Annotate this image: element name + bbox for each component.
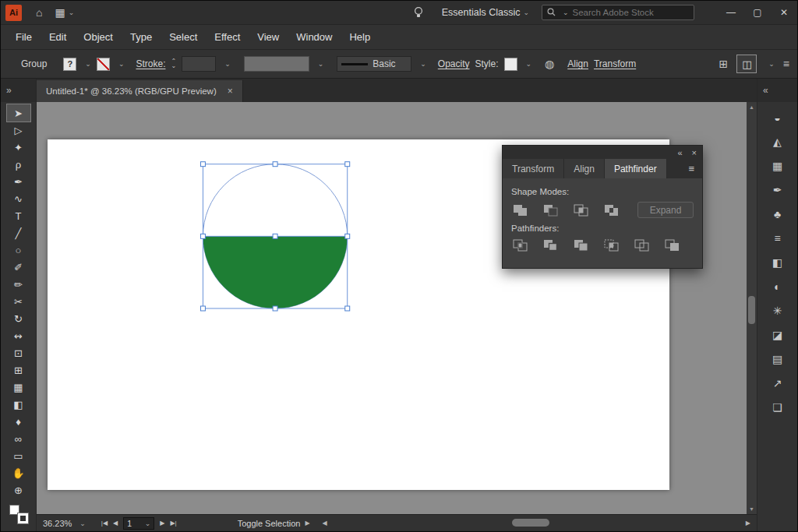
- panel-dock-toggle-button[interactable]: ◫: [736, 55, 757, 73]
- vertical-scroll-thumb[interactable]: [748, 296, 755, 324]
- chevron-down-icon[interactable]: ⌄: [768, 60, 775, 68]
- scissors-tool[interactable]: ✂: [7, 293, 30, 310]
- width-tool[interactable]: ↭: [7, 327, 30, 344]
- brushes-panel-icon[interactable]: ✒: [768, 181, 788, 199]
- menu-edit[interactable]: Edit: [41, 25, 75, 49]
- appearance-panel-icon[interactable]: ✳: [768, 302, 788, 319]
- stroke-swatch[interactable]: [18, 513, 28, 523]
- chevron-down-icon[interactable]: ⌄: [318, 60, 324, 68]
- control-menu-icon[interactable]: ≡: [783, 58, 789, 70]
- rotate-tool[interactable]: ↻: [7, 310, 30, 327]
- close-button[interactable]: ✕: [771, 1, 797, 24]
- search-input[interactable]: [573, 8, 693, 17]
- transform-link[interactable]: Transform: [594, 58, 636, 69]
- chevron-down-icon[interactable]: ⌄: [420, 60, 426, 68]
- mesh-tool[interactable]: ▦: [7, 379, 30, 396]
- chevron-down-icon[interactable]: ⌄: [224, 60, 231, 68]
- align-link[interactable]: Align: [567, 58, 588, 69]
- status-display[interactable]: Toggle Selection: [238, 519, 301, 528]
- workspace-grid-icon[interactable]: ▦ ⌄: [55, 6, 74, 19]
- symbols-panel-icon[interactable]: ♣: [768, 206, 788, 223]
- exclude-icon[interactable]: [602, 203, 620, 217]
- status-expand-icon[interactable]: ▶: [305, 520, 309, 527]
- tab-pathfinder[interactable]: Pathfinder: [605, 159, 667, 178]
- menu-help[interactable]: Help: [341, 25, 379, 49]
- expand-button[interactable]: Expand: [637, 202, 694, 218]
- scroll-up-icon[interactable]: ▲: [749, 104, 754, 110]
- tab-align[interactable]: Align: [564, 159, 605, 178]
- next-artboard-button[interactable]: ▶: [160, 520, 164, 527]
- swatches-panel-icon[interactable]: ▦: [768, 157, 788, 174]
- canvas[interactable]: « × Transform Align Pathfinder ≡ Shape M…: [37, 102, 757, 514]
- shaper-tool[interactable]: ✏: [7, 276, 30, 293]
- direct-selection-tool[interactable]: ▷: [7, 122, 30, 139]
- menu-effect[interactable]: Effect: [206, 25, 249, 49]
- asset-export-panel-icon[interactable]: ↗: [768, 375, 788, 392]
- minimize-button[interactable]: —: [718, 1, 744, 24]
- outline-icon[interactable]: [633, 238, 650, 252]
- artboard-number-dropdown[interactable]: 1 ⌄: [123, 517, 154, 530]
- ellipse-tool[interactable]: ○: [7, 241, 30, 259]
- stroke-panel-icon[interactable]: ≡: [768, 230, 788, 247]
- magic-wand-tool[interactable]: ✦: [7, 139, 30, 156]
- panel-dock-collapse[interactable]: «: [757, 79, 797, 102]
- toolbar-collapse[interactable]: »: [1, 79, 36, 102]
- fill-color-swatch[interactable]: ?: [63, 58, 76, 71]
- maximize-button[interactable]: ▢: [744, 1, 771, 24]
- opacity-link[interactable]: Opacity: [438, 58, 470, 69]
- chevron-down-icon[interactable]: ⌄: [526, 60, 532, 68]
- scroll-right-icon[interactable]: ▶: [746, 520, 750, 527]
- hand-tool[interactable]: ✋: [7, 464, 30, 481]
- last-artboard-button[interactable]: ▶|: [170, 520, 176, 527]
- curvature-tool[interactable]: ∿: [7, 190, 30, 207]
- stroke-panel-link[interactable]: Stroke:: [136, 58, 165, 69]
- lightbulb-icon[interactable]: [414, 7, 423, 19]
- graphic-styles-panel-icon[interactable]: ◪: [768, 326, 788, 344]
- menu-window[interactable]: Window: [288, 25, 341, 49]
- menu-file[interactable]: File: [7, 25, 41, 49]
- panel-collapse-icon[interactable]: «: [677, 148, 682, 157]
- tab-transform[interactable]: Transform: [503, 159, 564, 178]
- trim-icon[interactable]: [542, 238, 559, 252]
- stroke-weight-field[interactable]: [182, 56, 216, 72]
- document-tab[interactable]: Untitled-1* @ 36.23% (RGB/GPU Preview) ×: [37, 80, 243, 102]
- workspace-switcher[interactable]: Essentials Classic ⌄: [442, 7, 529, 18]
- divide-icon[interactable]: [511, 238, 528, 252]
- gradient-panel-icon[interactable]: ◧: [768, 254, 788, 271]
- unite-icon[interactable]: [511, 203, 528, 217]
- horizontal-scroll-thumb[interactable]: [512, 519, 549, 527]
- transparency-panel-icon[interactable]: ◐: [768, 278, 788, 295]
- artboards-panel-icon[interactable]: ❏: [768, 399, 788, 416]
- app-logo-icon[interactable]: Ai: [5, 5, 22, 21]
- menu-type[interactable]: Type: [122, 25, 161, 49]
- intersect-icon[interactable]: [572, 203, 589, 217]
- line-segment-tool[interactable]: ╱: [7, 224, 30, 241]
- color-guide-panel-icon[interactable]: ◭: [768, 133, 788, 150]
- panel-menu-icon[interactable]: ≡: [680, 159, 702, 178]
- chevron-down-icon[interactable]: ⌄: [118, 60, 125, 68]
- adobe-stock-search[interactable]: ⌄: [542, 5, 694, 20]
- eyedropper-tool[interactable]: ♦: [7, 413, 30, 430]
- first-artboard-button[interactable]: |◀: [101, 520, 108, 527]
- stepper-down-icon[interactable]: ⌄: [171, 64, 176, 69]
- home-icon[interactable]: ⌂: [36, 6, 42, 19]
- gradient-tool[interactable]: ◧: [7, 396, 30, 413]
- artboard-tool[interactable]: ▭: [7, 447, 30, 464]
- scroll-left-icon[interactable]: ◀: [323, 520, 327, 527]
- blend-tool[interactable]: ∞: [7, 430, 30, 447]
- panel-close-icon[interactable]: ×: [692, 148, 697, 157]
- zoom-level-dropdown[interactable]: 36.23% ⌄: [43, 519, 89, 528]
- layers-panel-icon[interactable]: ▤: [768, 351, 788, 368]
- vertical-scrollbar[interactable]: ▲ ▼: [747, 102, 757, 514]
- fill-stroke-indicator[interactable]: [9, 504, 29, 524]
- tab-close-icon[interactable]: ×: [228, 86, 233, 97]
- color-panel-icon[interactable]: ◒: [768, 109, 788, 126]
- selection-tool[interactable]: ➤: [7, 104, 30, 122]
- arrange-documents-icon[interactable]: ⊞: [719, 58, 729, 70]
- width-profile-dropdown[interactable]: [244, 56, 309, 72]
- minus-back-icon[interactable]: [663, 238, 680, 252]
- previous-artboard-button[interactable]: ◀: [113, 520, 118, 527]
- type-tool[interactable]: T: [7, 207, 30, 224]
- minus-front-icon[interactable]: [542, 203, 559, 217]
- free-transform-tool[interactable]: ⊡: [7, 344, 30, 361]
